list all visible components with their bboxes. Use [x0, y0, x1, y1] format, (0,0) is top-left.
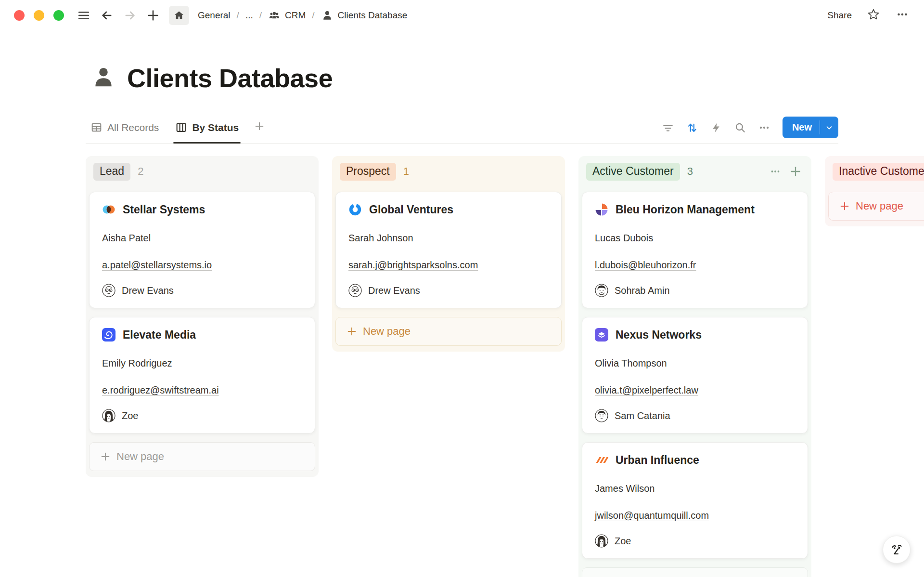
favorite-star-icon[interactable] [866, 7, 881, 24]
column-active-customer-header: Active Customer 3 [582, 162, 808, 181]
share-button[interactable]: Share [827, 10, 852, 21]
bleu-horizon-logo-icon [595, 203, 608, 216]
titlebar-actions: Share [827, 7, 910, 24]
card-contact-name: Aisha Patel [102, 232, 302, 244]
board-icon [175, 121, 187, 133]
card-owner-name: Zoe [122, 410, 138, 421]
new-record-label: New [783, 117, 820, 138]
breadcrumb-collapsed[interactable]: ... [243, 8, 256, 23]
card-company-name: Bleu Horizon Management [616, 203, 755, 216]
card-owner-name: Sohrab Amin [615, 285, 670, 296]
page-title[interactable]: Clients Database [127, 63, 333, 93]
status-tag-active-customer[interactable]: Active Customer [586, 163, 680, 181]
card-company-name: Urban Influence [616, 454, 699, 467]
page-icon-person[interactable] [90, 64, 116, 92]
new-record-button[interactable]: New [783, 117, 838, 138]
new-page-button[interactable] [582, 567, 808, 577]
status-tag-prospect[interactable]: Prospect [340, 163, 396, 181]
home-icon[interactable] [169, 6, 189, 25]
card-elevate-media[interactable]: Elevate Media Emily Rodriguez e.rodrigue… [89, 317, 315, 434]
search-icon[interactable] [731, 118, 750, 137]
new-page-button[interactable]: New page [828, 192, 924, 221]
card-email-link[interactable]: jwilson@quantumquill.com [595, 510, 709, 521]
tab-all-records[interactable]: All Records [86, 112, 164, 143]
card-owner-name: Drew Evans [122, 285, 174, 296]
add-view-icon[interactable] [250, 120, 269, 135]
sidebar-toggle-icon[interactable] [77, 8, 91, 23]
column-count: 1 [403, 165, 409, 178]
plus-icon [100, 451, 111, 462]
notion-ai-face-button[interactable] [883, 536, 911, 564]
back-icon[interactable] [100, 8, 114, 23]
card-nexus-networks[interactable]: Nexus Networks Olivia Thompson olivia.t@… [582, 317, 808, 434]
card-stellar-systems[interactable]: Stellar Systems Aisha Patel a.patel@stel… [89, 192, 315, 308]
avatar-sam-catania [595, 409, 608, 422]
window-zoom-button[interactable] [53, 10, 64, 21]
breadcrumb-clients-database[interactable]: Clients Database [318, 7, 411, 24]
view-tabs: All Records By Status [86, 112, 269, 143]
card-email-link[interactable]: e.rodriguez@swiftstream.ai [102, 385, 219, 395]
card-contact-name: Olivia Thompson [595, 357, 795, 369]
column-count: 3 [687, 165, 693, 178]
tab-by-status[interactable]: By Status [170, 112, 244, 143]
column-active-customer: Active Customer 3 Bleu Horizon Mana [578, 156, 811, 577]
breadcrumb-separator: / [237, 10, 239, 21]
views-row: All Records By Status [86, 112, 838, 144]
window-controls [14, 10, 64, 21]
new-tab-icon[interactable] [146, 8, 160, 23]
status-tag-inactive-customer[interactable]: Inactive Customer [833, 163, 924, 181]
status-tag-lead[interactable]: Lead [93, 163, 130, 181]
card-urban-influence[interactable]: Urban Influence James Wilson jwilson@qua… [582, 442, 808, 559]
card-owner-name: Zoe [615, 536, 631, 547]
card-global-ventures[interactable]: Global Ventures Sarah Johnson sarah.j@br… [335, 192, 562, 308]
column-lead: Lead 2 Stellar Systems Aisha Patel a.pat… [86, 156, 319, 477]
card-contact-name: Emily Rodriguez [102, 357, 302, 369]
view-more-icon[interactable] [755, 118, 774, 137]
card-company-name: Stellar Systems [123, 203, 205, 216]
elevate-media-logo-icon [102, 328, 116, 342]
new-record-dropdown-chevron-icon[interactable] [820, 117, 838, 138]
forward-icon[interactable] [123, 8, 137, 23]
card-email-link[interactable]: a.patel@stellarsystems.io [102, 260, 212, 270]
urban-influence-logo-icon [595, 453, 608, 467]
view-toolbar: New [658, 117, 838, 138]
breadcrumb-general[interactable]: General [195, 8, 233, 23]
filter-icon[interactable] [658, 118, 678, 137]
person-icon [321, 9, 334, 22]
window-minimize-button[interactable] [34, 10, 44, 21]
card-owner-name: Drew Evans [368, 285, 420, 296]
titlebar: General / ... / CRM / Clients Database S… [0, 0, 924, 31]
card-email-link[interactable]: l.dubois@bleuhorizon.fr [595, 260, 696, 270]
breadcrumb-separator: / [312, 10, 314, 21]
card-owner-name: Sam Catania [615, 410, 670, 421]
new-page-button[interactable]: New page [335, 317, 562, 346]
column-lead-header: Lead 2 [89, 162, 315, 181]
breadcrumb-crm[interactable]: CRM [265, 7, 308, 24]
card-contact-name: Sarah Johnson [348, 232, 549, 244]
column-add-card-icon[interactable] [787, 163, 804, 180]
avatar-zoe [595, 534, 608, 548]
column-more-icon[interactable] [767, 163, 783, 180]
avatar-zoe [102, 409, 116, 422]
kanban-board: Lead 2 Stellar Systems Aisha Patel a.pat… [0, 156, 924, 577]
avatar-drew-evans [102, 284, 116, 297]
avatar-sohrab-amin [595, 284, 608, 297]
more-options-icon[interactable] [895, 7, 910, 24]
card-email-link[interactable]: olivia.t@pixelperfect.law [595, 385, 698, 395]
card-contact-name: Lucas Dubois [595, 232, 795, 244]
column-inactive-customer-header: Inactive Customer [828, 162, 924, 181]
plus-icon [346, 326, 357, 337]
new-page-button[interactable]: New page [89, 442, 315, 471]
card-email-link[interactable]: sarah.j@brightsparksolns.com [348, 260, 478, 270]
column-actions [767, 163, 804, 180]
notion-window: General / ... / CRM / Clients Database S… [0, 0, 924, 578]
page-header: Clients Database [90, 57, 924, 99]
avatar-drew-evans [348, 284, 362, 297]
window-close-button[interactable] [14, 10, 25, 21]
sort-icon[interactable] [682, 118, 702, 137]
column-count: 2 [138, 165, 143, 178]
card-company-name: Nexus Networks [616, 328, 702, 342]
card-bleu-horizon-management[interactable]: Bleu Horizon Management Lucas Dubois l.d… [582, 192, 808, 308]
plus-icon [839, 201, 850, 211]
automations-lightning-icon[interactable] [706, 118, 726, 137]
